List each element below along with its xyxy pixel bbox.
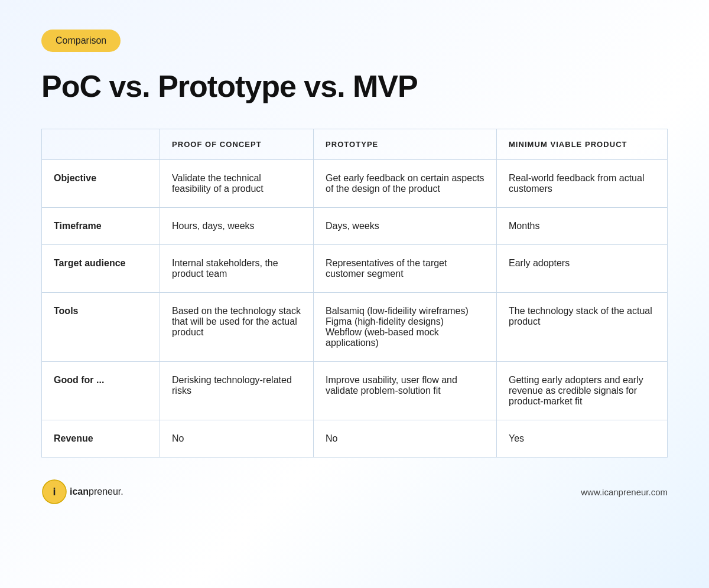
row-prototype-cell: Days, weeks	[314, 208, 497, 245]
table-row: Good for ...Derisking technology-related…	[42, 362, 668, 420]
row-mvp-cell: Real-world feedback from actual customer…	[497, 160, 668, 208]
row-prototype-cell: Get early feedback on certain aspects of…	[314, 160, 497, 208]
row-label: Objective	[42, 160, 160, 208]
row-poc-cell: Derisking technology-related risks	[160, 362, 314, 420]
logo-icon: i	[41, 479, 67, 505]
logo-text: icanpreneur.	[70, 486, 123, 497]
footer: i icanpreneur. www.icanpreneur.com	[41, 479, 668, 505]
svg-text:i: i	[53, 486, 56, 498]
row-poc-cell: No	[160, 420, 314, 458]
website-url: www.icanpreneur.com	[581, 487, 668, 497]
comparison-table: PROOF OF CONCEPT PROTOTYPE MINIMUM VIABL…	[41, 129, 668, 458]
row-mvp-cell: The technology stack of the actual produ…	[497, 293, 668, 362]
table-row: Target audienceInternal stakeholders, th…	[42, 245, 668, 293]
row-label: Revenue	[42, 420, 160, 458]
row-prototype-cell: Balsamiq (low-fideility wireframes) Figm…	[314, 293, 497, 362]
table-row: TimeframeHours, days, weeksDays, weeksMo…	[42, 208, 668, 245]
row-label: Good for ...	[42, 362, 160, 420]
row-label: Timeframe	[42, 208, 160, 245]
row-prototype-cell: Representatives of the target customer s…	[314, 245, 497, 293]
row-mvp-cell: Early adopters	[497, 245, 668, 293]
row-poc-cell: Hours, days, weeks	[160, 208, 314, 245]
row-prototype-cell: Improve usability, user flow and validat…	[314, 362, 497, 420]
table-row: ToolsBased on the technology stack that …	[42, 293, 668, 362]
row-poc-cell: Internal stakeholders, the product team	[160, 245, 314, 293]
row-poc-cell: Validate the technical feasibility of a …	[160, 160, 314, 208]
col-header-prototype: PROTOTYPE	[314, 129, 497, 160]
row-mvp-cell: Getting early adopters and early revenue…	[497, 362, 668, 420]
col-header-mvp: MINIMUM VIABLE PRODUCT	[497, 129, 668, 160]
row-mvp-cell: Yes	[497, 420, 668, 458]
col-header-poc: PROOF OF CONCEPT	[160, 129, 314, 160]
page-title: PoC vs. Prototype vs. MVP	[41, 68, 418, 104]
row-poc-cell: Based on the technology stack that will …	[160, 293, 314, 362]
table-header-row: PROOF OF CONCEPT PROTOTYPE MINIMUM VIABL…	[42, 129, 668, 160]
logo: i icanpreneur.	[41, 479, 123, 505]
row-label: Tools	[42, 293, 160, 362]
row-mvp-cell: Months	[497, 208, 668, 245]
row-prototype-cell: No	[314, 420, 497, 458]
comparison-badge: Comparison	[41, 30, 121, 52]
row-label: Target audience	[42, 245, 160, 293]
col-header-empty	[42, 129, 160, 160]
table-row: ObjectiveValidate the technical feasibil…	[42, 160, 668, 208]
table-row: RevenueNoNoYes	[42, 420, 668, 458]
